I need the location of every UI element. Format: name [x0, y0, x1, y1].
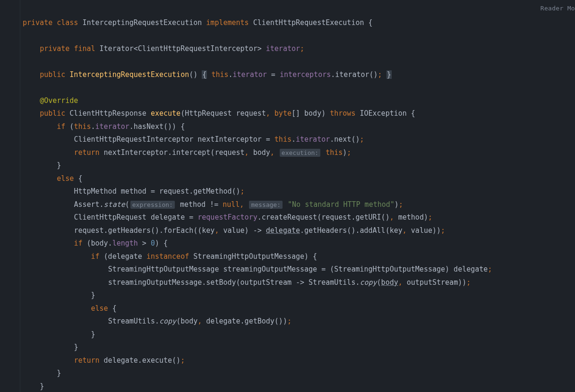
code-line: ClientHttpRequest delegate = requestFact…: [23, 213, 432, 222]
code-line: return nextInterceptor.intercept(request…: [23, 148, 351, 157]
fold-guide: [20, 0, 20, 392]
code-line: public ClientHttpResponse execute(HttpRe…: [23, 109, 415, 118]
code-line: ClientHttpRequestInterceptor nextInterce…: [23, 135, 364, 144]
param-hint: message:: [249, 201, 283, 209]
code-line: public InterceptingRequestExecution() { …: [23, 70, 392, 79]
code-line: request.getHeaders().forEach((key, value…: [23, 226, 445, 235]
code-line: StreamUtils.copy(body, delegate.getBody(…: [23, 317, 292, 325]
code-line: }: [23, 369, 61, 377]
reader-mode-label[interactable]: Reader Mo: [541, 2, 575, 15]
code-line: StreamingHttpOutputMessage streamingOutp…: [23, 265, 492, 273]
code-line: if (this.iterator.hasNext()) {: [23, 122, 185, 131]
code-line: }: [23, 343, 78, 351]
code-line: return delegate.execute();: [23, 356, 185, 365]
code-line: }: [23, 161, 61, 170]
code-line: }: [23, 330, 95, 339]
code-line: if (delegate instanceof StreamingHttpOut…: [23, 252, 317, 261]
code-line: }: [23, 382, 44, 391]
gutter: [0, 0, 5, 392]
code-line: else {: [23, 174, 82, 183]
code-line: private class InterceptingRequestExecuti…: [23, 18, 373, 27]
code-line: HttpMethod method = request.getMethod();: [23, 187, 245, 196]
code-editor[interactable]: private class InterceptingRequestExecuti…: [23, 3, 492, 392]
code-line: if (body.length > 0) {: [23, 239, 168, 247]
code-line: }: [23, 291, 95, 299]
param-hint: execution:: [280, 149, 320, 157]
code-line: Assert.state(expression: method != null,…: [23, 200, 403, 209]
param-hint: expression:: [130, 201, 175, 209]
code-line: private final Iterator<ClientHttpRequest…: [23, 44, 304, 53]
code-line: @Override: [23, 96, 78, 105]
code-line: streamingOutputMessage.setBody(outputStr…: [23, 278, 471, 287]
code-line: else {: [23, 304, 117, 313]
